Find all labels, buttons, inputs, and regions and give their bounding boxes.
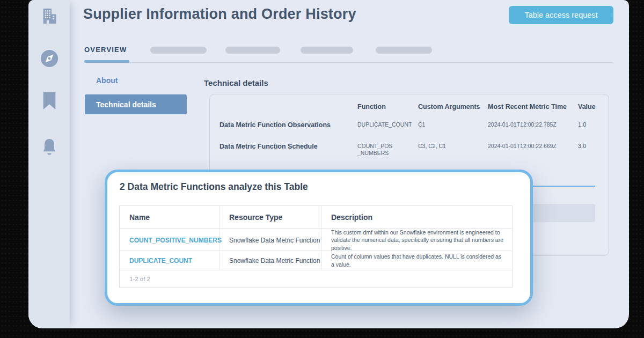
page-title: Supplier Information and Order History — [83, 6, 356, 23]
column-header-resource-type: Resource Type — [219, 206, 321, 228]
cell-most-recent-metric-time: 2024-01-01T12:00:22.785Z — [488, 121, 578, 128]
cell-most-recent-metric-time: 2024-01-01T12:00:22.669Z — [488, 143, 578, 150]
sidebar-item-technical-details[interactable]: Technical details — [85, 94, 187, 114]
description-cell: Count of column values that have duplica… — [321, 251, 513, 270]
dmf-table: Name Resource Type Description COUNT_POS… — [119, 205, 513, 288]
pagination-status: 1-2 of 2 — [120, 270, 512, 287]
column-header-most-recent-metric-time: Most Recent Metric Time — [488, 103, 578, 111]
table-header-row: Name Resource Type Description — [120, 206, 512, 228]
column-header-function: Function — [357, 103, 418, 111]
dmf-name-link[interactable]: DUPLICATE_COUNT — [120, 251, 219, 270]
dmf-name-link[interactable]: COUNT_POSITIVE_NUMBERS — [120, 229, 219, 252]
resource-type-cell: Snowflake Data Metric Function — [219, 251, 321, 270]
column-header-description: Description — [321, 206, 513, 228]
cell-custom-arguments: C1 — [418, 121, 488, 128]
description-cell: This custom dmf within our Snowflake env… — [321, 229, 513, 252]
table-access-request-button[interactable]: Table access request — [509, 6, 613, 24]
tab-placeholder[interactable] — [376, 47, 432, 54]
sidebar-item-about[interactable]: About — [96, 76, 118, 85]
dmf-modal: 2 Data Metric Functions analyze this Tab… — [105, 170, 533, 306]
column-header-value: Value — [578, 103, 599, 111]
tab-placeholder[interactable] — [150, 47, 207, 54]
cell-function: DUPLICATE_COUNT — [357, 121, 418, 128]
table-row: COUNT_POSITIVE_NUMBERS Snowflake Data Me… — [120, 228, 512, 251]
cell-value: 1.0 — [578, 121, 599, 128]
column-header-custom-arguments: Custom Arguments — [418, 103, 488, 111]
screenshot-stage: Supplier Information and Order History T… — [0, 0, 644, 338]
active-tab-underline — [84, 60, 129, 63]
tab-overview[interactable]: OVERVIEW — [84, 46, 127, 54]
table-row: DUPLICATE_COUNT Snowflake Data Metric Fu… — [120, 251, 512, 270]
bookmark-icon[interactable] — [42, 92, 56, 110]
tab-divider — [84, 62, 613, 63]
column-header-name: Name — [120, 206, 219, 228]
cell-custom-arguments: C3, C2, C1 — [418, 143, 488, 150]
app-sidebar — [28, 0, 70, 328]
technical-details-table: Function Custom Arguments Most Recent Me… — [219, 103, 599, 173]
row-label: Data Metric Function Schedule — [219, 143, 357, 150]
tab-placeholder[interactable] — [225, 47, 280, 54]
modal-title: 2 Data Metric Functions analyze this Tab… — [120, 181, 308, 193]
bell-icon[interactable] — [41, 138, 57, 157]
tab-placeholder[interactable] — [301, 47, 353, 54]
compass-icon[interactable] — [40, 49, 58, 68]
row-label: Data Metric Function Observations — [219, 121, 357, 129]
section-title-technical-details: Technical details — [204, 78, 268, 87]
cell-value: 3.0 — [578, 143, 599, 149]
cell-function: COUNT_POS_NUMBERS — [357, 143, 395, 157]
sidebar-item-label: Technical details — [96, 100, 156, 109]
building-icon[interactable] — [41, 8, 57, 24]
resource-type-cell: Snowflake Data Metric Function — [219, 229, 321, 252]
